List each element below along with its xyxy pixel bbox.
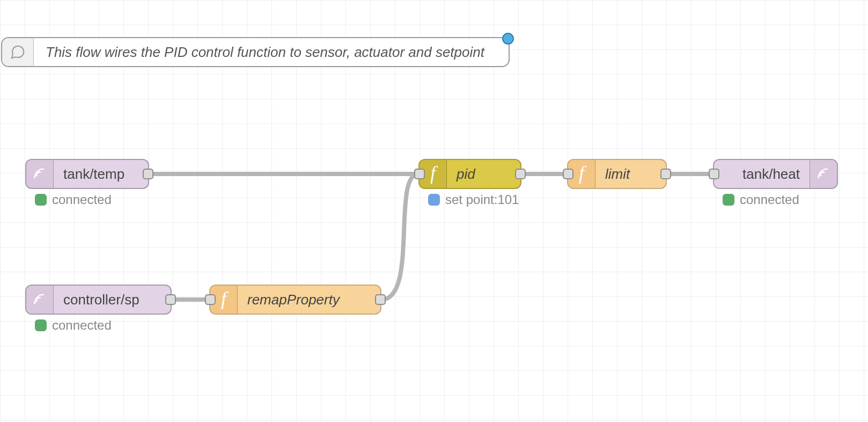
node-status: connected [35, 318, 112, 333]
status-text: set point:101 [445, 192, 519, 207]
output-port[interactable] [143, 169, 153, 179]
node-status: set point:101 [428, 192, 519, 207]
node-label: limit [595, 160, 666, 188]
status-dot-icon [35, 194, 47, 206]
comment-text: This flow wires the PID control function… [34, 38, 509, 66]
output-port[interactable] [515, 169, 526, 179]
status-dot-icon [723, 194, 734, 206]
node-status: connected [723, 192, 799, 207]
node-pid[interactable]: f pid set point:101 [418, 159, 521, 189]
status-dot-icon [35, 319, 47, 331]
node-tank-heat[interactable]: tank/heat connected [713, 159, 838, 189]
input-port[interactable] [205, 294, 216, 305]
status-text: connected [52, 192, 112, 207]
mqtt-icon [26, 286, 54, 314]
status-text: connected [52, 318, 112, 333]
input-port[interactable] [563, 169, 573, 179]
mqtt-icon [810, 160, 837, 188]
node-label: remapProperty [238, 286, 380, 314]
node-label: controller/sp [54, 286, 171, 314]
node-tank-temp[interactable]: tank/temp connected [25, 159, 149, 189]
output-port[interactable] [375, 294, 386, 305]
status-dot-icon [428, 194, 440, 206]
mqtt-icon [26, 160, 54, 188]
comment-icon [2, 38, 34, 66]
comment-node[interactable]: This flow wires the PID control function… [1, 37, 510, 67]
input-port[interactable] [709, 169, 719, 179]
node-controller-sp[interactable]: controller/sp connected [25, 285, 172, 315]
node-remap-property[interactable]: f remapProperty [209, 285, 381, 315]
status-text: connected [740, 192, 799, 207]
node-label: tank/temp [54, 160, 148, 188]
output-port[interactable] [660, 169, 671, 179]
node-label: tank/heat [714, 160, 810, 188]
node-label: pid [447, 160, 520, 188]
comment-marker-icon [502, 33, 514, 45]
output-port[interactable] [165, 294, 176, 305]
node-status: connected [35, 192, 112, 207]
input-port[interactable] [414, 169, 425, 179]
flow-canvas[interactable]: This flow wires the PID control function… [0, 0, 868, 422]
node-limit[interactable]: f limit [567, 159, 667, 189]
